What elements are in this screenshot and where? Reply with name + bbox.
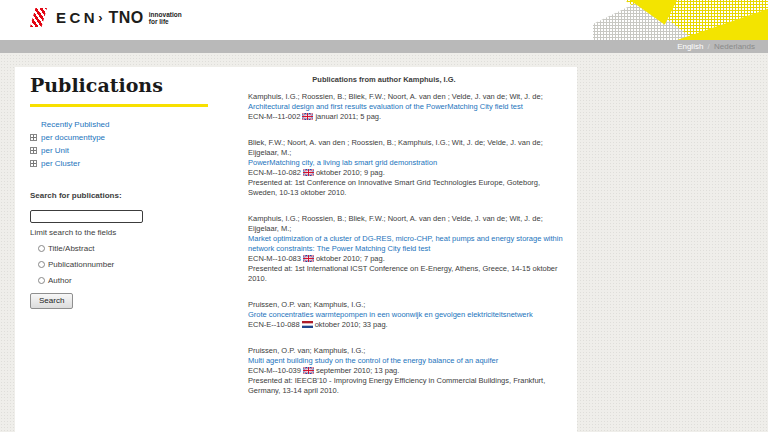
flag-uk-icon: [302, 113, 313, 120]
publication-presented-at: Presented at: IEECB'10 - Improving Energ…: [248, 376, 564, 396]
publication-authors: Pruissen, O.P. van; Kamphuis, I.G.;: [248, 300, 564, 310]
publication-title-link[interactable]: Grote concentraties warmtepompen in een …: [248, 310, 564, 320]
search-button[interactable]: Search: [30, 293, 73, 309]
search-label: Search for publications:: [30, 191, 248, 200]
sidebar-nav: Recently Published per documenttype per …: [30, 118, 248, 170]
tno-tagline: innovation for life: [149, 11, 182, 25]
publication-number: ECN-M--10-039: [248, 366, 301, 375]
sidebar-nav-link[interactable]: per documenttype: [41, 133, 105, 142]
radio-option-label: Publicationnumber: [48, 260, 114, 269]
logo-chevron-icon: ›: [98, 10, 102, 25]
publication-authors: Pruissen, O.P. van; Kamphuis, I.G.;: [248, 346, 564, 356]
limit-fields-label: Limit search to the fields: [30, 228, 248, 237]
expand-plus-icon[interactable]: [30, 147, 37, 154]
results-title: Publications from author Kamphuis, I.G.: [248, 75, 520, 85]
sidebar-item-recently-published[interactable]: Recently Published: [30, 118, 248, 131]
sidebar-item-per-unit[interactable]: per Unit: [30, 144, 248, 157]
publication-title-link[interactable]: Market optimization of a cluster of DG-R…: [248, 234, 564, 254]
radio-button-icon[interactable]: [38, 245, 45, 252]
flag-uk-icon: [303, 367, 314, 374]
language-english[interactable]: English: [677, 42, 703, 51]
radio-option-label: Title/Abstract: [48, 244, 94, 253]
ecn-logo-text: ECN: [56, 9, 98, 26]
flag-uk-icon: [303, 255, 314, 262]
publication-date-pages: oktober 2010; 33 pag.: [315, 320, 388, 329]
language-nederlands[interactable]: Nederlands: [714, 42, 755, 51]
flag-nl-icon: [302, 321, 313, 328]
publication-authors: Bliek, F.W.; Noort, A. van den ; Roossie…: [248, 138, 564, 158]
search-input[interactable]: [30, 210, 143, 223]
title-underline: [30, 104, 208, 107]
radio-option-title-abstract[interactable]: Title/Abstract: [38, 244, 248, 253]
corner-decoration: [593, 0, 768, 40]
radio-button-icon[interactable]: [38, 261, 45, 268]
publication-entry: Pruissen, O.P. van; Kamphuis, I.G.; Mult…: [248, 346, 564, 396]
publication-number: ECN-M--11-002: [248, 112, 300, 121]
expand-plus-icon[interactable]: [30, 160, 37, 167]
radio-button-icon[interactable]: [38, 277, 45, 284]
publication-number: ECN-E--10-088: [248, 320, 300, 329]
sidebar-item-per-cluster[interactable]: per Cluster: [30, 157, 248, 170]
language-separator: /: [708, 42, 710, 51]
search-field-options: Title/Abstract Publicationnumber Author: [30, 244, 248, 285]
sidebar-item-per-documenttype[interactable]: per documenttype: [30, 131, 248, 144]
page-title: Publications: [30, 73, 248, 97]
sidebar-nav-link[interactable]: per Unit: [41, 146, 69, 155]
publication-date-pages: januari 2011; 5 pag.: [315, 112, 381, 121]
ecn-logo-icon: [30, 8, 47, 27]
radio-option-publicationnumber[interactable]: Publicationnumber: [38, 260, 248, 269]
sidebar-nav-link[interactable]: Recently Published: [41, 120, 109, 129]
publication-number: ECN-M--10-082: [248, 168, 301, 177]
sidebar: Publications Recently Published per docu…: [15, 67, 248, 432]
publication-entry: Bliek, F.W.; Noort, A. van den ; Roossie…: [248, 138, 564, 198]
expand-plus-icon[interactable]: [30, 134, 37, 141]
publication-date-pages: september 2010; 13 pag.: [316, 366, 399, 375]
results-area: Publications from author Kamphuis, I.G. …: [248, 67, 577, 432]
radio-option-author[interactable]: Author: [38, 276, 248, 285]
publication-entry: Pruissen, O.P. van; Kamphuis, I.G.; Grot…: [248, 300, 564, 330]
publication-meta: ECN-M--10-039 september 2010; 13 pag.: [248, 366, 564, 376]
publication-meta: ECN-E--10-088 oktober 2010; 33 pag.: [248, 320, 564, 330]
flag-uk-icon: [303, 169, 314, 176]
publication-date-pages: oktober 2010; 9 pag.: [316, 168, 385, 177]
publication-presented-at: Presented at: 1st International ICST Con…: [248, 264, 564, 284]
publication-entry: Kamphuis, I.G.; Roossien, B.; Bliek, F.W…: [248, 92, 564, 122]
publication-authors: Kamphuis, I.G.; Roossien, B.; Bliek, F.W…: [248, 214, 564, 234]
header: ECN › TNO innovation for life: [0, 0, 768, 40]
content-panel: Publications Recently Published per docu…: [15, 67, 577, 432]
publication-entry: Kamphuis, I.G.; Roossien, B.; Bliek, F.W…: [248, 214, 564, 284]
publication-title-link[interactable]: PowerMatching city, a living lab smart g…: [248, 158, 564, 168]
sidebar-nav-link[interactable]: per Cluster: [41, 159, 80, 168]
publication-meta: ECN-M--10-083 oktober 2010; 7 pag.: [248, 254, 564, 264]
publication-meta: ECN-M--11-002 januari 2011; 5 pag.: [248, 112, 564, 122]
language-bar: English / Nederlands: [0, 40, 768, 53]
radio-option-label: Author: [48, 276, 72, 285]
publication-title-link[interactable]: Multi agent building study on the contro…: [248, 356, 564, 366]
publication-presented-at: Presented at: 1st Conference on Innovati…: [248, 178, 564, 198]
publications-list: Kamphuis, I.G.; Roossien, B.; Bliek, F.W…: [248, 92, 567, 396]
tno-logo-text: TNO: [109, 9, 144, 27]
ecn-tno-logo[interactable]: ECN › TNO innovation for life: [30, 8, 182, 27]
publication-meta: ECN-M--10-082 oktober 2010; 9 pag.: [248, 168, 564, 178]
publication-title-link[interactable]: Architectural design and first results e…: [248, 102, 564, 112]
page: ECN › TNO innovation for life English / …: [0, 0, 768, 432]
publication-date-pages: oktober 2010; 7 pag.: [316, 254, 385, 263]
publication-authors: Kamphuis, I.G.; Roossien, B.; Bliek, F.W…: [248, 92, 564, 102]
publication-number: ECN-M--10-083: [248, 254, 301, 263]
